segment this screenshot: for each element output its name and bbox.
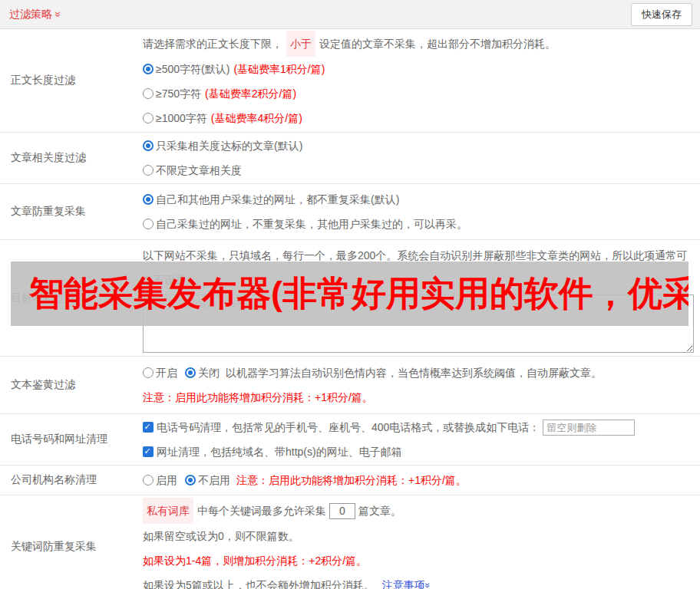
radio-porn-on-label[interactable]: 开启 [156,360,177,385]
radio-company-on-label[interactable]: 启用 [156,466,177,494]
keyword-note-zero: 如果留空或设为0，则不限篇数。 [143,524,299,548]
keyword-note-five-plus: 如果设为5篇或以上，也不会额外增加积分消耗。 [143,573,375,589]
radio-company-off[interactable] [185,475,196,485]
keyword-note-cost: 如果设为1-4篇，则增加积分消耗：+2积分/篇。 [143,548,367,573]
row-label: 公司机构名称清理 [0,466,143,495]
notice-link-label: 注意事项 [382,573,425,589]
row-label: 文章相关度过滤 [0,133,143,183]
chevron-down-icon: » [52,12,63,17]
radio-length-750-note: (基础费率2积分/篇) [205,81,296,106]
row-company-clean: 公司机构名称清理 启用 不启用 注意：启用此功能将增加积分消耗：+1积分/篇。 [0,466,700,495]
length-intro-highlight: 小于 [286,31,315,57]
checkbox-url-clean[interactable] [143,446,154,457]
notice-link[interactable]: 注意事项 » [382,573,431,589]
row-porn-filter: 文本鉴黄过滤 开启 关闭 以机器学习算法自动识别色情内容，当色情概率达到系统阈值… [0,357,700,414]
watermark-text: 智能采集发布器(非常好用实用的软件，优采 [11,271,688,317]
porn-filter-note: 注意：启用此功能将增加积分消耗：+1积分/篇。 [143,385,373,410]
row-label: 电话号码和网址清理 [0,414,143,465]
row-label: 文本鉴黄过滤 [0,357,143,413]
filter-strategy-page: 过滤策略 » 快速保存 正文长度过滤 请选择需求的正文长度下限， 小于 设定值的… [0,0,700,589]
radio-length-1000[interactable] [143,113,154,123]
keyword-limit-text: 中每个关键词最多允许采集 [197,499,326,523]
radio-length-1000-label[interactable]: ≥1000字符 [156,106,207,130]
row-phone-url-clean: 电话号码和网址清理 电话号码清理，包括常见的手机号、座机号、400电话格式，或替… [0,414,700,466]
radio-length-500-note: (基础费率1积分/篇) [233,57,325,81]
private-thesaurus-tag: 私有词库 [143,498,193,524]
section-toggle-filter-strategy[interactable]: 过滤策略 » [9,8,61,21]
checkbox-phone-clean[interactable] [143,422,154,433]
radio-relevance-strict-label[interactable]: 只采集相关度达标的文章(默认) [156,133,302,158]
company-clean-note: 注意：启用此功能将增加积分消耗：+1积分/篇。 [236,466,467,494]
porn-filter-description: 以机器学习算法自动识别色情内容，当色情概率达到系统阈值，自动屏蔽文章。 [226,360,602,385]
quick-save-button[interactable]: 快速保存 [631,3,692,26]
radio-dedup-self-only-label[interactable]: 自己采集过的网址，不重复采集，其他用户采集过的，可以再采。 [156,212,467,236]
keyword-limit-unit: 篇文章。 [358,499,401,523]
row-length-filter: 正文长度过滤 请选择需求的正文长度下限， 小于 设定值的文章不采集，超出部分不增… [0,29,700,133]
radio-dedup-all-users-label[interactable]: 自己和其他用户采集过的网址，都不重复采集(默认) [156,187,399,212]
radio-relevance-strict[interactable] [143,140,154,151]
radio-company-off-label[interactable]: 不启用 [198,466,230,494]
radio-company-on[interactable] [143,475,154,485]
radio-dedup-self-only[interactable] [143,219,154,229]
radio-length-500[interactable] [143,64,154,74]
radio-porn-off-label[interactable]: 关闭 [198,360,220,385]
row-label: 关键词防重复采集 [0,495,143,589]
radio-length-1000-note: (基础费率4积分/篇) [211,106,302,130]
radio-dedup-all-users[interactable] [143,194,154,205]
row-dedup-collect: 文章防重复采集 自己和其他用户采集过的网址，都不重复采集(默认) 自己采集过的网… [0,184,700,240]
watermark-banner: 智能采集发布器(非常好用实用的软件，优采 [11,262,688,326]
row-relevance-filter: 文章相关度过滤 只采集相关度达标的文章(默认) 不限定文章相关度 [0,133,700,184]
chevron-down-icon: » [423,583,433,588]
row-label: 文章防重复采集 [0,184,143,239]
checkbox-url-clean-label[interactable]: 网址清理，包括纯域名、带http(s)的网址、电子邮箱 [157,439,402,464]
row-keyword-dedup: 关键词防重复采集 私有词库 中每个关键词最多允许采集 篇文章。 如果留空或设为0… [0,495,700,589]
radio-porn-on[interactable] [143,367,154,378]
replacement-phone-input[interactable] [543,420,635,436]
section-title: 过滤策略 [9,8,52,21]
topbar: 过滤策略 » 快速保存 [0,0,700,29]
length-intro-pre: 请选择需求的正文长度下限， [143,31,282,56]
keyword-limit-input[interactable] [329,503,355,519]
length-intro-post: 设定值的文章不采集，超出部分不增加积分消耗。 [319,31,556,56]
radio-length-500-label[interactable]: ≥500字符(默认) [156,57,229,81]
radio-length-750[interactable] [143,88,154,99]
radio-relevance-any-label[interactable]: 不限定文章相关度 [156,158,242,183]
radio-porn-off[interactable] [185,367,196,378]
radio-length-750-label[interactable]: ≥750字符 [156,81,201,106]
row-label: 正文长度过滤 [0,29,143,132]
checkbox-phone-clean-label[interactable]: 电话号码清理，包括常见的手机号、座机号、400电话格式，或替换成如下电话： [157,415,540,439]
radio-relevance-any[interactable] [143,165,154,176]
